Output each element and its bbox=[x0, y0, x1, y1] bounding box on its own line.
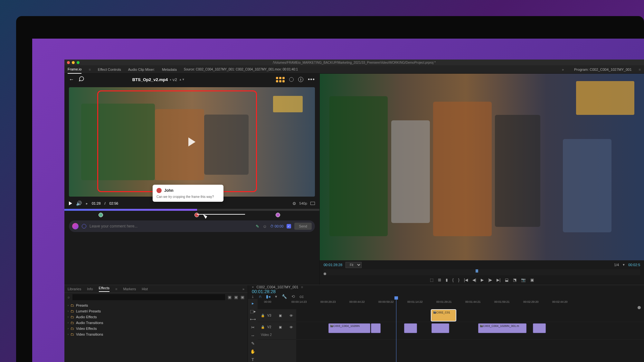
timeline-timecode[interactable]: 00:01:28:28 bbox=[248, 289, 644, 294]
timeline-marker-track[interactable] bbox=[258, 306, 644, 309]
timeline-clip[interactable] bbox=[371, 323, 381, 333]
marker-tool-icon[interactable]: ▮◂ bbox=[266, 294, 270, 299]
info-icon[interactable]: i bbox=[298, 77, 303, 82]
work-area-end[interactable] bbox=[638, 306, 641, 309]
visibility-icon[interactable]: 👁 bbox=[289, 314, 293, 318]
tab-metadata[interactable]: Metadata bbox=[162, 66, 177, 73]
tab-history[interactable]: Hist bbox=[142, 287, 148, 291]
fx-badge-icon[interactable]: ▣ bbox=[234, 295, 238, 300]
timeline-clips-area[interactable]: 🎬C002_C01 🎬C003_C004_1028IN 🎬C003_C004_1… bbox=[296, 309, 644, 362]
timeline-clip[interactable]: 🎬C003_C004_1028IN_001.m bbox=[478, 323, 526, 333]
status-indicator[interactable] bbox=[289, 77, 294, 82]
timecode-toggle[interactable]: ✓ bbox=[287, 224, 291, 228]
tab-effects[interactable]: Effects bbox=[99, 286, 109, 292]
tab-effect-controls[interactable]: Effect Controls bbox=[98, 66, 121, 73]
tabs-overflow-icon[interactable]: » bbox=[562, 68, 564, 71]
linked-selection-icon[interactable]: ∩ bbox=[259, 294, 261, 299]
program-monitor[interactable] bbox=[320, 74, 644, 260]
timeline-clip[interactable] bbox=[404, 323, 417, 333]
type-tool-icon[interactable]: T bbox=[251, 357, 254, 362]
draw-annotation-icon[interactable]: ✎ bbox=[256, 224, 259, 229]
track-header-v2[interactable]: 🔒 V2 ▣ 👁 Video 2 bbox=[258, 322, 296, 340]
minimize-window-button[interactable] bbox=[72, 61, 75, 64]
extract-icon[interactable]: ⬔ bbox=[513, 278, 516, 282]
zoom-fit-dropdown[interactable]: Fit bbox=[346, 262, 362, 268]
go-to-out-icon[interactable]: ▶| bbox=[497, 278, 500, 282]
volume-icon[interactable]: 🔊 bbox=[76, 200, 82, 206]
effects-folder[interactable]: ›🗀Lumetri Presets bbox=[68, 308, 244, 314]
fullscreen-icon[interactable] bbox=[310, 202, 315, 205]
track-v3[interactable]: 🎬C002_C01 bbox=[296, 309, 644, 322]
play-icon[interactable]: ▶ bbox=[481, 278, 484, 282]
marker-icon[interactable]: ▮ bbox=[446, 278, 448, 282]
progress-bar[interactable] bbox=[64, 209, 319, 211]
timeline-ruler[interactable]: 00:00 00:00:14:23 00:00:29:23 00:00:44:2… bbox=[258, 299, 644, 306]
lock-icon[interactable]: 🔒 bbox=[261, 314, 265, 317]
slip-tool-icon[interactable]: ↔ bbox=[251, 333, 255, 338]
in-point-icon[interactable] bbox=[324, 273, 326, 275]
insert-icon[interactable]: ⊞ bbox=[438, 278, 441, 282]
timecode-badge[interactable]: ⏱ 00:00 bbox=[270, 224, 284, 228]
close-window-button[interactable] bbox=[67, 61, 70, 64]
tab-audio-mixer[interactable]: Audio Clip Mixer: bbox=[128, 66, 155, 73]
fx-badge-icon[interactable]: ▣ bbox=[228, 295, 232, 300]
send-button[interactable]: Send bbox=[294, 223, 312, 230]
timeline-clip[interactable] bbox=[431, 323, 449, 333]
effects-folder[interactable]: ›🗀Video Transitions bbox=[68, 331, 244, 337]
razor-tool-icon[interactable]: ✂ bbox=[251, 325, 255, 330]
go-to-in-icon[interactable]: |◀ bbox=[464, 278, 468, 282]
annotation-box[interactable] bbox=[97, 90, 257, 192]
effects-folder[interactable]: ›🗀Video Effects bbox=[68, 326, 244, 331]
effects-folder[interactable]: ›🗀Audio Effects bbox=[68, 314, 244, 320]
timeline-clip[interactable] bbox=[533, 323, 546, 333]
attachment-icon[interactable] bbox=[82, 224, 86, 228]
timeline-clip[interactable]: 🎬C003_C004_1028IN bbox=[328, 323, 370, 333]
compare-icon[interactable]: ▣ bbox=[530, 278, 534, 282]
comment-marker[interactable] bbox=[99, 213, 103, 217]
volume-slider-icon[interactable]: ▸ bbox=[86, 201, 88, 206]
comment-marker[interactable] bbox=[276, 213, 280, 217]
caption-icon[interactable]: cc bbox=[299, 294, 304, 299]
pen-tool-icon[interactable]: ✎ bbox=[251, 341, 255, 346]
grid-view-icon[interactable] bbox=[276, 77, 285, 82]
maximize-window-button[interactable] bbox=[77, 61, 80, 64]
in-point-icon[interactable]: { bbox=[452, 278, 454, 282]
more-actions-icon[interactable]: ••• bbox=[308, 76, 315, 83]
comment-marker[interactable] bbox=[194, 213, 199, 217]
export-frame-icon[interactable]: ⬚ bbox=[430, 278, 433, 282]
clip-version[interactable]: • v2 bbox=[170, 77, 177, 82]
resolution-label[interactable]: 540p bbox=[299, 201, 307, 205]
comments-icon[interactable] bbox=[79, 76, 84, 83]
settings-gear-icon[interactable]: ⚙ bbox=[292, 201, 296, 206]
track-v2[interactable]: 🎬C003_C004_1028IN 🎬C003_C004_1028IN_001.… bbox=[296, 322, 644, 340]
close-sequence-icon[interactable]: × bbox=[252, 285, 254, 289]
out-point-icon[interactable]: } bbox=[458, 278, 459, 282]
tab-program[interactable]: Program: C002_C004_1027MY_001 bbox=[574, 66, 632, 73]
tool-icon[interactable]: ⟲ bbox=[291, 294, 295, 299]
index-dropdown-icon[interactable]: ▼ bbox=[622, 263, 625, 266]
effects-search-input[interactable] bbox=[72, 294, 225, 300]
emoji-icon[interactable]: ☺ bbox=[262, 224, 267, 229]
sequence-name[interactable]: C002_C004_1027MY_001 bbox=[256, 285, 298, 289]
tab-info[interactable]: Info bbox=[87, 287, 93, 291]
source-clip-label[interactable]: Source: C002_C004_1027MY_001: C002_C004_… bbox=[184, 66, 298, 73]
timeline-playhead[interactable] bbox=[396, 299, 396, 362]
panel-menu-icon[interactable]: ≡ bbox=[301, 285, 303, 289]
track-select-tool-icon[interactable]: ⬚▸ bbox=[250, 309, 256, 314]
tab-libraries[interactable]: Libraries bbox=[68, 287, 81, 291]
tab-markers[interactable]: Markers bbox=[123, 287, 136, 291]
play-overlay-icon[interactable] bbox=[188, 137, 195, 146]
track-header-v3[interactable]: 🔒 V3 ▣ 👁 bbox=[258, 309, 296, 322]
visibility-icon[interactable]: 👁 bbox=[289, 325, 293, 329]
snap-icon[interactable]: ⫰ bbox=[252, 294, 254, 299]
step-forward-icon[interactable]: |▶ bbox=[488, 278, 492, 282]
comment-input[interactable] bbox=[90, 224, 252, 228]
program-playhead[interactable] bbox=[476, 269, 478, 273]
effects-folder[interactable]: ›🗀Audio Transitions bbox=[68, 320, 244, 326]
effects-folder[interactable]: ›🗀Presets bbox=[68, 302, 244, 308]
tab-frameio[interactable]: Frame.io bbox=[68, 65, 81, 74]
lift-icon[interactable]: ⬓ bbox=[505, 278, 508, 282]
version-dropdown-icon[interactable]: ▲▼ bbox=[179, 78, 185, 81]
play-button[interactable] bbox=[69, 201, 72, 205]
selection-tool-icon[interactable]: ▸ bbox=[252, 301, 254, 306]
